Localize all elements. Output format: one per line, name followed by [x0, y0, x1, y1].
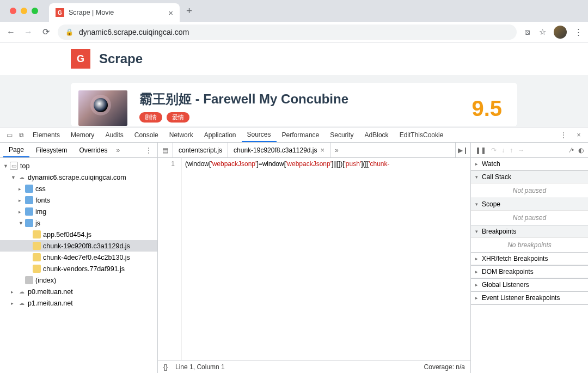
- nav-tab-overrides[interactable]: Overrides: [74, 143, 113, 157]
- editor-tab[interactable]: contentscript.js: [173, 143, 228, 157]
- section-label: Watch: [482, 160, 500, 168]
- tree-file-js[interactable]: chunk-vendors.77daf991.js: [0, 263, 157, 274]
- browser-menu-icon[interactable]: ⋮: [574, 27, 583, 37]
- tab-editthiscookie[interactable]: EditThisCookie: [394, 127, 449, 142]
- tab-performance[interactable]: Performance: [277, 127, 325, 142]
- tree-folder-img[interactable]: ▸img: [0, 206, 157, 217]
- tree-label: p1.meituan.net: [28, 299, 73, 307]
- scope-body: Not paused: [471, 211, 588, 225]
- breakpoints-header[interactable]: ▾Breakpoints: [471, 225, 588, 238]
- tab-application[interactable]: Application: [199, 127, 242, 142]
- section-label: DOM Breakpoints: [482, 268, 534, 276]
- callstack-header[interactable]: ▾Call Stack: [471, 171, 588, 184]
- pause-button[interactable]: ❚❚: [475, 146, 486, 154]
- tree-file-index[interactable]: (index): [0, 274, 157, 286]
- tree-label: img: [35, 208, 46, 216]
- tree-folder-js[interactable]: ▼js: [0, 217, 157, 229]
- tree-domain[interactable]: ▸☁p0.meituan.net: [0, 286, 157, 297]
- tree-file-js[interactable]: app.5ef0d454.js: [0, 229, 157, 240]
- file-tree: ▼▭top ▼☁dynamic6.scrape.cuiqingcai.com ▸…: [0, 158, 157, 373]
- tab-audits[interactable]: Audits: [100, 127, 128, 142]
- step-into-icon[interactable]: ↓: [501, 146, 505, 154]
- code-editor[interactable]: 1 (window['webpackJsonp']=window['webpac…: [158, 158, 470, 360]
- scope-section: ▾Scope Not paused: [471, 198, 588, 225]
- back-button[interactable]: ←: [5, 27, 16, 37]
- close-tab-icon[interactable]: ×: [168, 8, 173, 17]
- tree-domain[interactable]: ▼☁dynamic6.scrape.cuiqingcai.com: [0, 172, 157, 183]
- step-icon[interactable]: →: [518, 146, 524, 154]
- bookmark-icon[interactable]: ☆: [539, 27, 546, 37]
- browser-tab[interactable]: G Scrape | Movie ×: [49, 3, 180, 22]
- tree-folder-css[interactable]: ▸css: [0, 183, 157, 194]
- nav-more-icon[interactable]: »: [116, 146, 120, 154]
- close-window-button[interactable]: [10, 8, 16, 14]
- watch-header[interactable]: ▸Watch: [471, 158, 588, 170]
- page-body: 霸王别姬 - Farewell My Concubine 剧情 爱情 9.5: [0, 75, 588, 127]
- forward-button[interactable]: →: [23, 27, 34, 37]
- editor-more-icon[interactable]: »: [330, 143, 343, 157]
- tree-domain[interactable]: ▸☁p1.meituan.net: [0, 297, 157, 309]
- tab-adblock[interactable]: AdBlock: [359, 127, 394, 142]
- dom-header[interactable]: ▸DOM Breakpoints: [471, 266, 588, 278]
- devtools-tabbar: ▭ ⧉ Elements Memory Audits Console Netwo…: [0, 127, 588, 143]
- movie-info: 霸王别姬 - Farewell My Concubine 剧情 爱情: [139, 90, 460, 123]
- tab-console[interactable]: Console: [129, 127, 164, 142]
- editor-tab[interactable]: chunk-19c920f8.c3a1129d.js×: [228, 143, 330, 157]
- tag-pill: 剧情: [139, 112, 162, 123]
- event-listener-breakpoints-section: ▸Event Listener Breakpoints: [471, 292, 588, 305]
- show-debugger-icon[interactable]: ▶❙: [455, 143, 470, 157]
- step-over-icon[interactable]: ↷: [491, 146, 497, 154]
- brand-name: Scrape: [99, 51, 143, 66]
- xhr-breakpoints-section: ▸XHR/fetch Breakpoints: [471, 253, 588, 266]
- coverage-status: Coverage: n/a: [424, 363, 465, 371]
- tab-favicon: G: [56, 8, 64, 17]
- tree-label: dynamic6.scrape.cuiqingcai.com: [28, 174, 126, 181]
- profile-avatar[interactable]: [554, 26, 567, 39]
- devtools-menu-icon[interactable]: ⋮: [558, 131, 569, 139]
- pretty-print-button[interactable]: {}: [163, 363, 168, 371]
- tree-folder-fonts[interactable]: ▸fonts: [0, 194, 157, 206]
- event-header[interactable]: ▸Event Listener Breakpoints: [471, 292, 588, 304]
- tab-elements[interactable]: Elements: [27, 127, 65, 142]
- global-listeners-section: ▸Global Listeners: [471, 279, 588, 292]
- step-out-icon[interactable]: ↑: [510, 146, 513, 154]
- tree-file-js[interactable]: chunk-4dec7ef0.e4c2b130.js: [0, 252, 157, 263]
- xhr-header[interactable]: ▸XHR/fetch Breakpoints: [471, 253, 588, 265]
- tab-network[interactable]: Network: [164, 127, 199, 142]
- breakpoints-body: No breakpoints: [471, 238, 588, 252]
- tab-security[interactable]: Security: [324, 127, 359, 142]
- close-icon[interactable]: ×: [321, 146, 325, 154]
- deactivate-breakpoints-icon[interactable]: ⁄•: [571, 146, 574, 154]
- scope-header[interactable]: ▾Scope: [471, 198, 588, 211]
- minimize-window-button[interactable]: [21, 8, 27, 14]
- nav-tab-page[interactable]: Page: [3, 143, 29, 157]
- new-tab-button[interactable]: +: [186, 5, 192, 17]
- brand-logo: G: [71, 49, 90, 69]
- tree-frame-top[interactable]: ▼▭top: [0, 160, 157, 172]
- translate-icon[interactable]: ⦻: [523, 27, 531, 36]
- tab-memory[interactable]: Memory: [65, 127, 100, 142]
- tree-label: chunk-19c920f8.c3a1129d.js: [43, 242, 130, 250]
- line-gutter: 1: [158, 158, 182, 360]
- tree-label: js: [35, 219, 40, 227]
- site-header: G Scrape: [0, 42, 588, 75]
- inspect-element-icon[interactable]: ▭: [3, 127, 15, 142]
- show-navigator-icon[interactable]: ▤: [158, 143, 173, 157]
- section-label: Call Stack: [482, 173, 511, 181]
- maximize-window-button[interactable]: [32, 8, 38, 14]
- pause-exceptions-icon[interactable]: ◐: [578, 146, 584, 154]
- editor-statusbar: {} Line 1, Column 1 Coverage: n/a: [158, 360, 470, 373]
- tree-file-js[interactable]: chunk-19c920f8.c3a1129d.js: [0, 240, 157, 252]
- device-toolbar-icon[interactable]: ⧉: [15, 127, 27, 142]
- tab-sources[interactable]: Sources: [242, 127, 277, 142]
- nav-menu-icon[interactable]: ⋮: [145, 146, 152, 154]
- nav-tab-filesystem[interactable]: Filesystem: [30, 143, 72, 157]
- devtools-close-icon[interactable]: ×: [573, 131, 585, 139]
- webpage-viewport: G Scrape 霸王别姬 - Farewell My Concubine 剧情…: [0, 42, 588, 127]
- address-bar[interactable]: 🔒 dynamic6.scrape.cuiqingcai.com: [58, 25, 517, 40]
- global-header[interactable]: ▸Global Listeners: [471, 279, 588, 291]
- reload-button[interactable]: ⟳: [40, 27, 51, 37]
- tree-label: app.5ef0d454.js: [43, 231, 91, 239]
- movie-card[interactable]: 霸王别姬 - Farewell My Concubine 剧情 爱情 9.5: [71, 83, 517, 126]
- section-label: Global Listeners: [482, 281, 529, 289]
